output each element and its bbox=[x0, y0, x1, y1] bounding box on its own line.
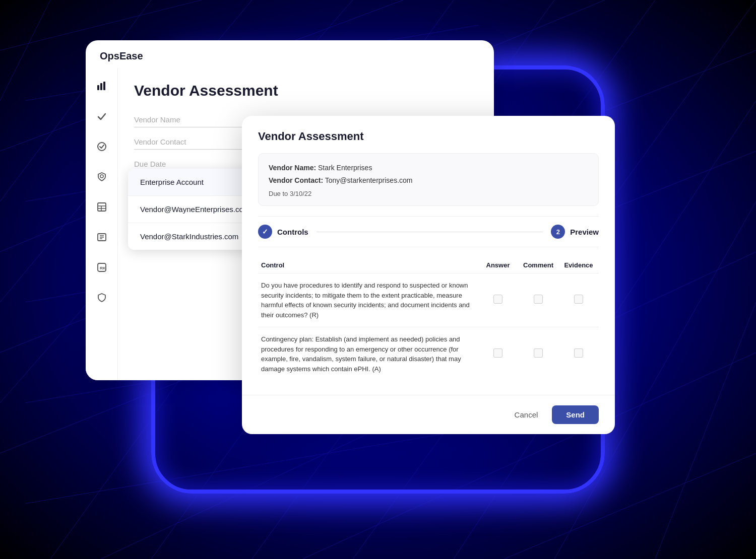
checkbox-comment-2[interactable] bbox=[534, 348, 543, 358]
control-text-1: Do you have procedures to identify and r… bbox=[258, 273, 478, 327]
step-2-preview[interactable]: 2 Preview bbox=[551, 225, 599, 239]
vendor-info-box: Vendor Name: Stark Enterprises Vendor Co… bbox=[258, 153, 599, 206]
col-header-comment: Comment bbox=[518, 257, 558, 273]
app-logo: OpsEase bbox=[100, 50, 143, 62]
svg-rect-26 bbox=[103, 82, 105, 90]
control-text-2: Contingency plan: Establish (and impleme… bbox=[258, 327, 478, 381]
answer-checkbox-1[interactable] bbox=[478, 273, 518, 327]
security-icon[interactable] bbox=[94, 290, 110, 306]
table-row: Contingency plan: Establish (and impleme… bbox=[258, 327, 599, 381]
shield-check-icon[interactable] bbox=[94, 138, 110, 155]
vendor-contact-info: Vendor Contact: Tony@starkenterprises.co… bbox=[269, 174, 588, 187]
step-1-circle bbox=[258, 225, 272, 239]
svg-rect-29 bbox=[98, 203, 106, 211]
step-1-label: Controls bbox=[277, 228, 308, 236]
badge-icon[interactable]: RK bbox=[94, 259, 110, 275]
vendor-due-info: Due to 3/10/22 bbox=[269, 190, 588, 197]
modal-title: Vendor Assessment bbox=[258, 130, 599, 143]
modal-card: Vendor Assessment Vendor Name: Stark Ent… bbox=[242, 116, 615, 434]
list-icon[interactable] bbox=[94, 229, 110, 245]
vendor-name-value: Stark Enterprises bbox=[318, 164, 372, 172]
svg-line-0 bbox=[0, 0, 50, 101]
vendor-contact-value: Tony@starkenterprises.com bbox=[325, 176, 413, 184]
checkbox-evidence-2[interactable] bbox=[574, 348, 583, 358]
vendor-name-info: Vendor Name: Stark Enterprises bbox=[269, 162, 588, 174]
comment-checkbox-1[interactable] bbox=[518, 273, 558, 327]
step-2-label: Preview bbox=[570, 228, 599, 236]
step-divider bbox=[317, 232, 543, 232]
col-header-control: Control bbox=[258, 257, 478, 273]
svg-point-28 bbox=[100, 175, 103, 178]
checkbox-answer-2[interactable] bbox=[493, 348, 502, 358]
step-2-circle: 2 bbox=[551, 225, 565, 239]
comment-checkbox-2[interactable] bbox=[518, 327, 558, 381]
checkbox-comment-1[interactable] bbox=[534, 295, 543, 304]
controls-table: Control Answer Comment Evidence Do you h… bbox=[258, 257, 599, 381]
steps-bar: Controls 2 Preview bbox=[258, 216, 599, 247]
modal-footer: Cancel Send bbox=[242, 395, 615, 434]
answer-checkbox-2[interactable] bbox=[478, 327, 518, 381]
cancel-button[interactable]: Cancel bbox=[507, 405, 546, 424]
send-button[interactable]: Send bbox=[552, 405, 599, 424]
svg-point-27 bbox=[98, 143, 106, 151]
svg-text:RK: RK bbox=[100, 266, 106, 270]
checkbox-evidence-1[interactable] bbox=[574, 295, 583, 304]
outer-card-header: OpsEase bbox=[86, 40, 494, 68]
check-icon[interactable] bbox=[94, 108, 110, 124]
due-value: 3/10/22 bbox=[290, 190, 311, 197]
sidebar: RK bbox=[86, 68, 118, 380]
table-row: Do you have procedures to identify and r… bbox=[258, 273, 599, 327]
modal-body: Vendor Assessment Vendor Name: Stark Ent… bbox=[242, 116, 615, 395]
svg-rect-25 bbox=[100, 83, 102, 90]
page-title: Vendor Assessment bbox=[134, 82, 478, 99]
search-shield-icon[interactable] bbox=[94, 169, 110, 185]
table-icon[interactable] bbox=[94, 199, 110, 215]
chart-icon[interactable] bbox=[94, 78, 110, 94]
svg-line-10 bbox=[655, 302, 756, 559]
col-header-answer: Answer bbox=[478, 257, 518, 273]
evidence-checkbox-1[interactable] bbox=[558, 273, 599, 327]
col-header-evidence: Evidence bbox=[558, 257, 599, 273]
svg-rect-24 bbox=[97, 85, 99, 90]
step-1-controls[interactable]: Controls bbox=[258, 225, 308, 239]
evidence-checkbox-2[interactable] bbox=[558, 327, 599, 381]
checkbox-answer-1[interactable] bbox=[493, 295, 502, 304]
due-label: Due to bbox=[269, 190, 288, 197]
